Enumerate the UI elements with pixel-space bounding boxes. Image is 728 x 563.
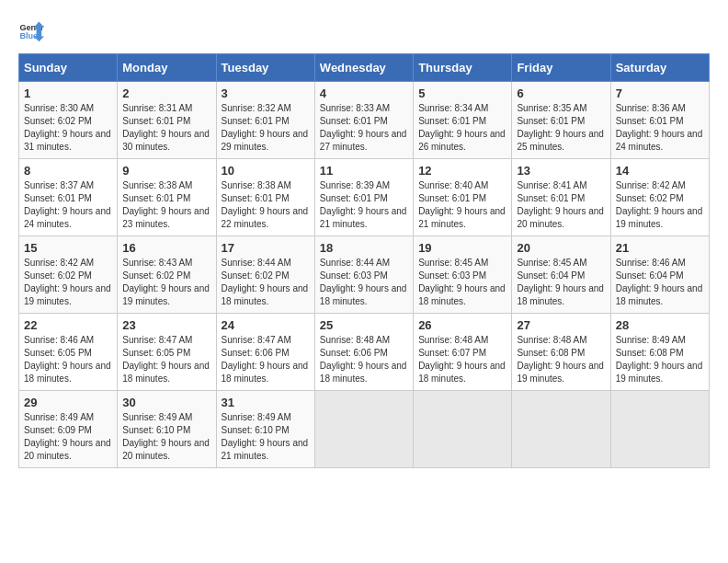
day-cell: 6 Sunrise: 8:35 AM Sunset: 6:01 PM Dayli… (512, 82, 610, 159)
day-info: Sunrise: 8:41 AM Sunset: 6:01 PM Dayligh… (517, 179, 605, 231)
day-header-tuesday: Tuesday (216, 54, 314, 82)
day-cell: 14 Sunrise: 8:42 AM Sunset: 6:02 PM Dayl… (610, 159, 709, 236)
day-number: 19 (418, 241, 506, 255)
day-info: Sunrise: 8:49 AM Sunset: 6:09 PM Dayligh… (24, 411, 112, 463)
day-number: 13 (517, 164, 605, 178)
day-cell: 27 Sunrise: 8:48 AM Sunset: 6:08 PM Dayl… (512, 314, 610, 391)
day-number: 23 (122, 318, 210, 332)
day-info: Sunrise: 8:47 AM Sunset: 6:06 PM Dayligh… (222, 334, 310, 385)
day-info: Sunrise: 8:45 AM Sunset: 6:04 PM Dayligh… (517, 257, 605, 308)
day-header-sunday: Sunday (19, 54, 118, 82)
day-number: 4 (320, 86, 408, 100)
day-cell: 1 Sunrise: 8:30 AM Sunset: 6:02 PM Dayli… (19, 82, 118, 159)
header: General Blue (18, 18, 710, 44)
day-cell: 8 Sunrise: 8:37 AM Sunset: 6:01 PM Dayli… (19, 159, 118, 236)
logo: General Blue (18, 18, 44, 44)
day-cell: 13 Sunrise: 8:41 AM Sunset: 6:01 PM Dayl… (512, 159, 610, 236)
day-number: 22 (24, 318, 112, 332)
day-info: Sunrise: 8:39 AM Sunset: 6:01 PM Dayligh… (320, 179, 408, 231)
day-number: 28 (616, 318, 704, 332)
day-number: 26 (418, 318, 506, 332)
day-info: Sunrise: 8:37 AM Sunset: 6:01 PM Dayligh… (24, 179, 112, 231)
week-row-1: 1 Sunrise: 8:30 AM Sunset: 6:02 PM Dayli… (19, 82, 710, 159)
day-cell: 3 Sunrise: 8:32 AM Sunset: 6:01 PM Dayli… (216, 82, 314, 159)
day-info: Sunrise: 8:32 AM Sunset: 6:01 PM Dayligh… (222, 102, 310, 154)
day-number: 5 (418, 86, 506, 100)
day-info: Sunrise: 8:47 AM Sunset: 6:05 PM Dayligh… (122, 334, 210, 385)
day-number: 31 (222, 396, 310, 409)
day-number: 2 (122, 86, 210, 100)
svg-text:Blue: Blue (19, 31, 38, 40)
days-header-row: SundayMondayTuesdayWednesdayThursdayFrid… (19, 54, 710, 82)
day-number: 3 (222, 86, 310, 100)
day-cell: 11 Sunrise: 8:39 AM Sunset: 6:01 PM Dayl… (314, 159, 413, 236)
day-number: 14 (616, 164, 704, 178)
day-cell: 10 Sunrise: 8:38 AM Sunset: 6:01 PM Dayl… (216, 159, 314, 236)
day-info: Sunrise: 8:48 AM Sunset: 6:07 PM Dayligh… (418, 334, 506, 385)
day-info: Sunrise: 8:48 AM Sunset: 6:08 PM Dayligh… (517, 334, 605, 385)
day-cell: 28 Sunrise: 8:49 AM Sunset: 6:08 PM Dayl… (610, 314, 709, 391)
day-cell: 22 Sunrise: 8:46 AM Sunset: 6:05 PM Dayl… (19, 314, 118, 391)
day-number: 30 (122, 396, 210, 409)
week-row-3: 15 Sunrise: 8:42 AM Sunset: 6:02 PM Dayl… (19, 236, 710, 314)
day-number: 21 (616, 241, 704, 255)
day-info: Sunrise: 8:45 AM Sunset: 6:03 PM Dayligh… (418, 257, 506, 308)
day-info: Sunrise: 8:48 AM Sunset: 6:06 PM Dayligh… (320, 334, 408, 385)
day-number: 24 (222, 318, 310, 332)
day-header-friday: Friday (512, 54, 610, 82)
day-info: Sunrise: 8:44 AM Sunset: 6:03 PM Dayligh… (320, 257, 408, 308)
day-cell: 16 Sunrise: 8:43 AM Sunset: 6:02 PM Dayl… (118, 236, 216, 314)
day-cell: 20 Sunrise: 8:45 AM Sunset: 6:04 PM Dayl… (512, 236, 610, 314)
day-number: 7 (616, 86, 704, 100)
day-number: 10 (222, 164, 310, 178)
day-info: Sunrise: 8:35 AM Sunset: 6:01 PM Dayligh… (517, 102, 605, 154)
day-cell: 31 Sunrise: 8:49 AM Sunset: 6:10 PM Dayl… (216, 391, 314, 468)
day-number: 15 (24, 241, 112, 255)
day-number: 12 (418, 164, 506, 178)
day-cell: 21 Sunrise: 8:46 AM Sunset: 6:04 PM Dayl… (610, 236, 709, 314)
day-number: 16 (122, 241, 210, 255)
day-info: Sunrise: 8:49 AM Sunset: 6:08 PM Dayligh… (616, 334, 704, 385)
day-header-saturday: Saturday (610, 54, 709, 82)
day-cell: 26 Sunrise: 8:48 AM Sunset: 6:07 PM Dayl… (414, 314, 512, 391)
day-header-thursday: Thursday (414, 54, 512, 82)
day-info: Sunrise: 8:30 AM Sunset: 6:02 PM Dayligh… (24, 102, 112, 154)
day-info: Sunrise: 8:49 AM Sunset: 6:10 PM Dayligh… (122, 411, 210, 463)
day-number: 1 (24, 86, 112, 100)
day-info: Sunrise: 8:40 AM Sunset: 6:01 PM Dayligh… (418, 179, 506, 231)
day-info: Sunrise: 8:43 AM Sunset: 6:02 PM Dayligh… (122, 257, 210, 308)
day-header-monday: Monday (118, 54, 216, 82)
day-info: Sunrise: 8:34 AM Sunset: 6:01 PM Dayligh… (418, 102, 506, 154)
day-number: 17 (222, 241, 310, 255)
day-cell (610, 391, 709, 468)
logo-icon: General Blue (18, 18, 44, 44)
day-number: 8 (24, 164, 112, 178)
day-info: Sunrise: 8:46 AM Sunset: 6:05 PM Dayligh… (24, 334, 112, 385)
day-info: Sunrise: 8:46 AM Sunset: 6:04 PM Dayligh… (616, 257, 704, 308)
day-info: Sunrise: 8:38 AM Sunset: 6:01 PM Dayligh… (222, 179, 310, 231)
day-cell: 4 Sunrise: 8:33 AM Sunset: 6:01 PM Dayli… (314, 82, 413, 159)
day-number: 20 (517, 241, 605, 255)
week-row-4: 22 Sunrise: 8:46 AM Sunset: 6:05 PM Dayl… (19, 314, 710, 391)
day-header-wednesday: Wednesday (314, 54, 413, 82)
day-cell: 18 Sunrise: 8:44 AM Sunset: 6:03 PM Dayl… (314, 236, 413, 314)
day-info: Sunrise: 8:33 AM Sunset: 6:01 PM Dayligh… (320, 102, 408, 154)
day-number: 6 (517, 86, 605, 100)
day-cell: 7 Sunrise: 8:36 AM Sunset: 6:01 PM Dayli… (610, 82, 709, 159)
day-number: 29 (24, 396, 112, 409)
day-number: 9 (122, 164, 210, 178)
day-cell: 15 Sunrise: 8:42 AM Sunset: 6:02 PM Dayl… (19, 236, 118, 314)
day-info: Sunrise: 8:31 AM Sunset: 6:01 PM Dayligh… (122, 102, 210, 154)
day-cell: 23 Sunrise: 8:47 AM Sunset: 6:05 PM Dayl… (118, 314, 216, 391)
day-info: Sunrise: 8:38 AM Sunset: 6:01 PM Dayligh… (122, 179, 210, 231)
day-cell: 12 Sunrise: 8:40 AM Sunset: 6:01 PM Dayl… (414, 159, 512, 236)
day-cell (314, 391, 413, 468)
day-cell: 9 Sunrise: 8:38 AM Sunset: 6:01 PM Dayli… (118, 159, 216, 236)
day-info: Sunrise: 8:42 AM Sunset: 6:02 PM Dayligh… (24, 257, 112, 308)
day-cell (512, 391, 610, 468)
week-row-5: 29 Sunrise: 8:49 AM Sunset: 6:09 PM Dayl… (19, 391, 710, 468)
day-number: 18 (320, 241, 408, 255)
day-cell (414, 391, 512, 468)
day-cell: 5 Sunrise: 8:34 AM Sunset: 6:01 PM Dayli… (414, 82, 512, 159)
day-cell: 19 Sunrise: 8:45 AM Sunset: 6:03 PM Dayl… (414, 236, 512, 314)
